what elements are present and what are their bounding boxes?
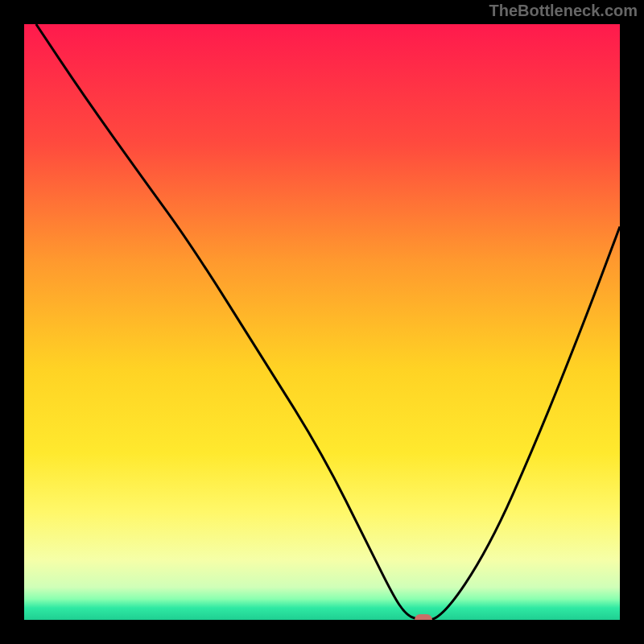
watermark-text: TheBottleneck.com <box>489 2 638 20</box>
gradient-bg <box>24 24 620 620</box>
chart-svg <box>24 24 620 620</box>
chart-container: TheBottleneck.com <box>0 0 644 644</box>
plot-area <box>24 24 620 620</box>
optimal-point-marker <box>415 614 432 620</box>
